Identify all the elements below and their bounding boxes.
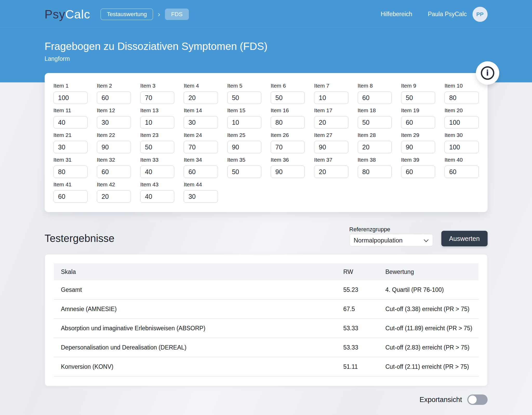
item-value-input[interactable] xyxy=(314,166,348,178)
item-label: Item 25 xyxy=(227,132,261,139)
item-value-input[interactable] xyxy=(97,166,131,178)
breadcrumb-testauswertung[interactable]: Testauswertung xyxy=(101,9,153,20)
item-value-input[interactable] xyxy=(358,116,392,129)
item-value-input[interactable] xyxy=(184,190,218,203)
item-value-input[interactable] xyxy=(271,166,305,178)
item-value-input[interactable] xyxy=(271,91,305,104)
page-subtitle: Langform xyxy=(45,55,488,62)
info-button[interactable]: i xyxy=(476,61,499,85)
item-label: Item 13 xyxy=(140,107,174,114)
item-value-input[interactable] xyxy=(227,166,261,178)
item-value-input[interactable] xyxy=(227,116,261,129)
cell-rw: 53.33 xyxy=(336,344,378,351)
item-label: Item 44 xyxy=(184,181,218,188)
reference-group-select[interactable]: Normalpopulation xyxy=(349,234,433,246)
item-field: Item 16 xyxy=(271,107,305,129)
item-value-input[interactable] xyxy=(314,116,348,129)
item-value-input[interactable] xyxy=(314,91,348,104)
item-field: Item 34 xyxy=(184,156,218,178)
item-value-input[interactable] xyxy=(97,116,131,129)
item-value-input[interactable] xyxy=(54,141,88,153)
item-field: Item 27 xyxy=(314,132,348,153)
item-value-input[interactable] xyxy=(184,141,218,153)
breadcrumb: Testauswertung › FDS xyxy=(101,9,189,20)
item-value-input[interactable] xyxy=(401,91,435,104)
item-field: Item 9 xyxy=(401,82,435,104)
item-field: Item 42 xyxy=(97,181,131,203)
item-value-input[interactable] xyxy=(358,141,392,153)
item-value-input[interactable] xyxy=(184,116,218,129)
item-value-input[interactable] xyxy=(444,141,478,153)
item-field: Item 25 xyxy=(227,132,261,153)
item-label: Item 19 xyxy=(401,107,435,114)
user-name[interactable]: Paula PsyCalc xyxy=(428,11,467,18)
item-value-input[interactable] xyxy=(358,166,392,178)
item-value-input[interactable] xyxy=(140,166,174,178)
cell-bewertung: Cut-off (11.89) erreicht (PR > 75) xyxy=(378,325,478,332)
table-row: Depersonalisation und Derealisation (DER… xyxy=(54,338,478,357)
item-field: Item 22 xyxy=(97,132,131,153)
item-field: Item 31 xyxy=(54,156,88,178)
cell-bewertung: 4. Quartil (PR 76-100) xyxy=(378,286,478,293)
results-heading: Testergebnisse xyxy=(45,233,115,244)
item-value-input[interactable] xyxy=(97,91,131,104)
export-row: Exportansicht xyxy=(45,394,488,405)
item-value-input[interactable] xyxy=(97,190,131,203)
avatar[interactable]: PP xyxy=(473,7,488,22)
item-value-input[interactable] xyxy=(54,190,88,203)
breadcrumb-fds[interactable]: FDS xyxy=(165,9,189,20)
item-value-input[interactable] xyxy=(401,141,435,153)
item-value-input[interactable] xyxy=(54,166,88,178)
item-value-input[interactable] xyxy=(140,91,174,104)
item-value-input[interactable] xyxy=(140,141,174,153)
cell-rw: 55.23 xyxy=(336,286,378,293)
item-value-input[interactable] xyxy=(271,141,305,153)
item-value-input[interactable] xyxy=(54,91,88,104)
export-toggle[interactable] xyxy=(467,394,488,405)
item-value-input[interactable] xyxy=(444,116,478,129)
item-value-input[interactable] xyxy=(314,141,348,153)
item-field: Item 35 xyxy=(227,156,261,178)
evaluate-button[interactable]: Auswerten xyxy=(441,231,488,246)
item-value-input[interactable] xyxy=(184,91,218,104)
table-row: Absorption und imaginative Erlebnisweise… xyxy=(54,319,478,338)
item-field: Item 26 xyxy=(271,132,305,153)
item-value-input[interactable] xyxy=(358,91,392,104)
item-grid: Item 1 Item 2 Item 3 Item 4 xyxy=(54,82,479,203)
item-value-input[interactable] xyxy=(184,166,218,178)
logo-calc: Calc xyxy=(65,8,90,21)
item-field: Item 40 xyxy=(444,156,478,178)
cell-bewertung: Cut-off (2.83) erreicht (PR > 75) xyxy=(378,344,478,351)
item-field: Item 18 xyxy=(358,107,392,129)
table-row: Konversion (KONV) 51.11 Cut-off (2.11) e… xyxy=(54,357,478,377)
item-value-input[interactable] xyxy=(444,91,478,104)
item-value-input[interactable] xyxy=(54,116,88,129)
item-label: Item 20 xyxy=(444,107,478,114)
item-field: Item 44 xyxy=(184,181,218,203)
item-field: Item 4 xyxy=(184,82,218,104)
item-field: Item 30 xyxy=(444,132,478,153)
item-label: Item 26 xyxy=(271,132,305,139)
help-link[interactable]: Hilfebereich xyxy=(381,11,412,18)
item-value-input[interactable] xyxy=(444,166,478,178)
cell-skala: Absorption und imaginative Erlebnisweise… xyxy=(54,325,336,332)
item-field: Item 2 xyxy=(97,82,131,104)
toggle-knob xyxy=(468,396,477,404)
item-label: Item 42 xyxy=(97,181,131,188)
item-field: Item 17 xyxy=(314,107,348,129)
item-field: Item 15 xyxy=(227,107,261,129)
item-label: Item 5 xyxy=(227,82,261,89)
item-value-input[interactable] xyxy=(140,116,174,129)
item-value-input[interactable] xyxy=(271,116,305,129)
item-label: Item 6 xyxy=(271,82,305,89)
item-label: Item 10 xyxy=(444,82,478,89)
item-value-input[interactable] xyxy=(140,190,174,203)
item-value-input[interactable] xyxy=(401,166,435,178)
top-navbar: PsyCalc Testauswertung › FDS Hilfebereic… xyxy=(0,0,532,29)
item-value-input[interactable] xyxy=(227,91,261,104)
item-value-input[interactable] xyxy=(97,141,131,153)
item-label: Item 24 xyxy=(184,132,218,139)
item-field: Item 33 xyxy=(140,156,174,178)
item-value-input[interactable] xyxy=(401,116,435,129)
item-value-input[interactable] xyxy=(227,141,261,153)
